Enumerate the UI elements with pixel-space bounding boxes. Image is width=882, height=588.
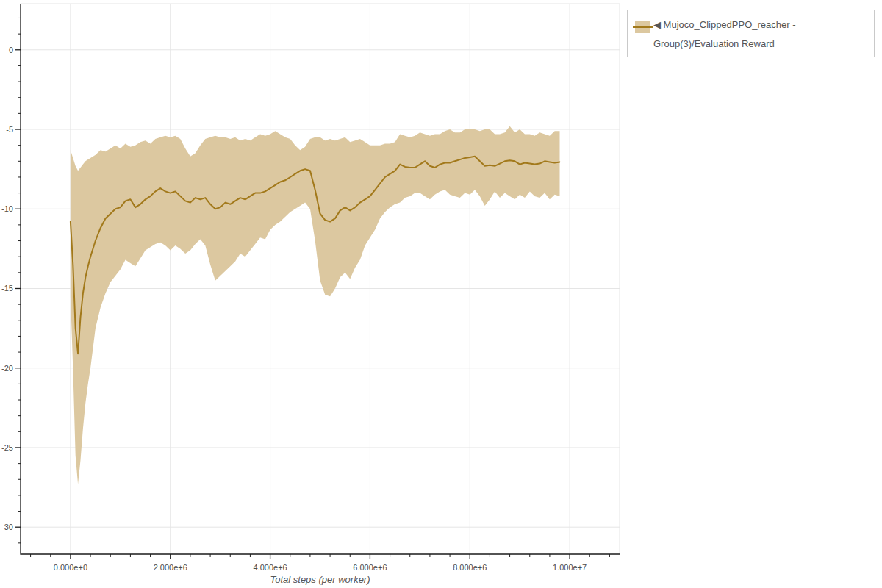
legend-swatch xyxy=(633,21,653,34)
x-tick-label: 0.000e+0 xyxy=(54,563,87,572)
y-tick-label: -25 xyxy=(1,443,13,452)
y-tick-label: 0 xyxy=(9,46,13,54)
y-tick-label: -20 xyxy=(1,364,13,373)
x-tick-label: 1.000e+7 xyxy=(553,563,587,572)
plot-area[interactable] xyxy=(21,4,620,554)
dashboard-canvas: 0-5-10-15-20-25-300.000e+02.000e+64.000e… xyxy=(0,0,882,588)
x-tick-label: 2.000e+6 xyxy=(154,563,187,572)
y-tick-label: -30 xyxy=(1,523,13,531)
x-tick-label: 8.000e+6 xyxy=(453,563,487,572)
legend-line-swatch xyxy=(633,26,653,28)
y-tick-label: -15 xyxy=(1,284,13,293)
x-axis-title: Total steps (per worker) xyxy=(270,574,370,585)
x-tick-label: 6.000e+6 xyxy=(353,563,387,572)
reward-chart[interactable]: 0-5-10-15-20-25-300.000e+02.000e+64.000e… xyxy=(0,0,882,588)
y-tick-label: -10 xyxy=(1,204,13,213)
y-tick-label: -5 xyxy=(6,125,13,134)
x-tick-label: 4.000e+6 xyxy=(253,563,287,572)
legend-panel[interactable]: ◀ Mujoco_ClippedPPO_reacher - Group(3)/E… xyxy=(627,10,875,57)
legend-label: ◀ Mujoco_ClippedPPO_reacher - Group(3)/E… xyxy=(653,15,868,54)
